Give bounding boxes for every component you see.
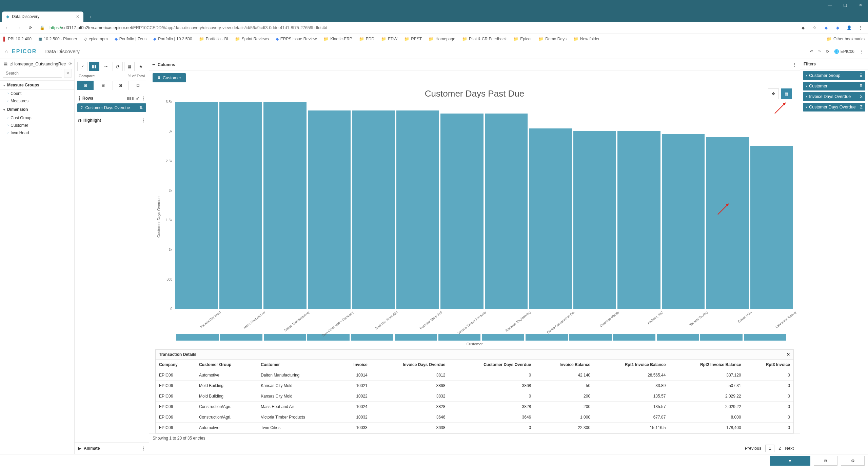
- pager-previous[interactable]: Previous: [745, 446, 762, 451]
- rows-menu-icon[interactable]: ⋮: [141, 96, 145, 101]
- chart-bar[interactable]: [308, 110, 351, 309]
- table-row[interactable]: EPIC06Mold BuildingKansas City Mold10021…: [156, 381, 793, 391]
- dimension-header[interactable]: Dimension: [0, 105, 74, 114]
- star-icon[interactable]: ☆: [810, 25, 818, 30]
- chart-type-line-button[interactable]: 〜: [101, 62, 111, 71]
- address-bar[interactable]: https://sd0117-pf0h2ten.americas.epicor.…: [50, 25, 795, 30]
- table-header-cell[interactable]: Customer Days Overdue: [449, 360, 534, 370]
- bookmark-item[interactable]: 📁Kinetic-ERP: [323, 37, 352, 41]
- forward-icon[interactable]: →: [15, 25, 23, 30]
- datasource-name[interactable]: zHomepage_OutstandingRec: [10, 62, 66, 66]
- bookmark-item[interactable]: 📁Sprint Reviews: [235, 37, 269, 41]
- dimension-item[interactable]: Invc Head: [0, 129, 74, 137]
- bookmark-item[interactable]: ◆ERPS Issue Review: [276, 37, 317, 41]
- user-dropdown[interactable]: 🌐 EPIC06: [834, 49, 854, 54]
- chart-move-icon[interactable]: ✥: [768, 88, 779, 99]
- chart-type-scatter-button[interactable]: ⋰: [77, 62, 88, 71]
- measure-item[interactable]: Measures: [0, 97, 74, 105]
- layout-btn-3[interactable]: ⊠: [113, 81, 129, 90]
- chart-bar[interactable]: [706, 137, 749, 309]
- pct-total-toggle[interactable]: % of Total: [128, 74, 145, 78]
- color-legend-icon[interactable]: ▮▮▮: [127, 96, 134, 101]
- filter-pill[interactable]: ›Invoice Days OverdueΣ: [803, 92, 865, 101]
- layout-btn-2[interactable]: ⊟: [95, 81, 111, 90]
- undo-icon[interactable]: ↶: [810, 49, 813, 54]
- chart-bar[interactable]: [219, 102, 262, 309]
- refresh-icon[interactable]: ⟳: [826, 49, 829, 54]
- chart-bar[interactable]: [440, 114, 484, 309]
- measure-groups-header[interactable]: Measure Groups: [0, 80, 74, 90]
- bookmark-item[interactable]: 📁REST: [404, 37, 422, 41]
- play-icon[interactable]: ▶: [78, 446, 81, 451]
- browser-tab[interactable]: ◆ Data Discovery ✕: [2, 12, 83, 22]
- extension-icon[interactable]: ◆: [799, 25, 807, 30]
- compare-toggle[interactable]: Compare: [79, 74, 95, 78]
- chart-bar[interactable]: [617, 131, 660, 309]
- search-input[interactable]: [3, 69, 62, 78]
- filter-pill[interactable]: ›Customer Group⠿: [803, 71, 865, 80]
- chart-bar[interactable]: [573, 131, 616, 309]
- bookmark-item[interactable]: 📁Epicor: [513, 37, 532, 41]
- footer-layout-button[interactable]: ⧉: [814, 456, 837, 466]
- table-row[interactable]: EPIC06Mold BuildingKansas City Mold10022…: [156, 391, 793, 402]
- table-header-cell[interactable]: Invoice: [338, 360, 371, 370]
- pager-page[interactable]: 1: [765, 445, 774, 452]
- table-row[interactable]: EPIC06AutomotiveDalton Manufacturing1001…: [156, 370, 793, 381]
- extension3-icon[interactable]: ◆: [833, 25, 842, 30]
- datasource-refresh-icon[interactable]: ⟳: [68, 61, 72, 66]
- chart-type-star-button[interactable]: ★: [136, 62, 146, 71]
- search-clear-icon[interactable]: ✕: [64, 69, 72, 78]
- bookmark-item[interactable]: ▌PBI 10.2.400: [3, 37, 32, 41]
- animate-menu-icon[interactable]: ⋮: [141, 446, 145, 451]
- bookmark-item[interactable]: ◆Portfolio | Zeus: [115, 37, 146, 41]
- bookmark-item[interactable]: ◆Portfolio | 10.2.500: [153, 37, 192, 41]
- sort-icon[interactable]: ⇅: [139, 105, 143, 110]
- tab-close-icon[interactable]: ✕: [76, 14, 79, 19]
- dimension-item[interactable]: Cust Group: [0, 114, 74, 122]
- bookmark-item[interactable]: ◇epicornpm: [84, 37, 108, 41]
- table-row[interactable]: EPIC06Construction/Agri.Victoria Timber …: [156, 412, 793, 423]
- table-header-cell[interactable]: Rpt3 Invoice: [745, 360, 793, 370]
- pager-page[interactable]: 2: [778, 446, 781, 451]
- footer-settings-button[interactable]: ⚙: [841, 456, 865, 466]
- profile-icon[interactable]: 👤: [845, 25, 853, 30]
- table-header-cell[interactable]: Invoice Balance: [534, 360, 594, 370]
- chart-bar[interactable]: [175, 102, 218, 309]
- pager-next[interactable]: Next: [785, 446, 794, 451]
- chart-bar[interactable]: [750, 146, 793, 309]
- table-header-cell[interactable]: Rpt1 Invoice Balance: [594, 360, 669, 370]
- measure-item[interactable]: Count: [0, 90, 74, 97]
- chart-bar[interactable]: [529, 128, 572, 309]
- chart-type-bar-button[interactable]: ▮▮: [89, 62, 100, 71]
- redo-icon[interactable]: ↷: [818, 49, 821, 54]
- chart-bar[interactable]: [485, 114, 528, 309]
- chart-bar[interactable]: [352, 110, 395, 309]
- bookmark-item[interactable]: 📁EDW: [381, 37, 397, 41]
- table-row[interactable]: EPIC06AutomotiveTwin Cities100333638022,…: [156, 423, 793, 433]
- table-header-cell[interactable]: Company: [156, 360, 196, 370]
- bookmark-item[interactable]: 📁Demo Days: [538, 37, 567, 41]
- window-maximize-icon[interactable]: ▢: [837, 0, 853, 10]
- chart-bar[interactable]: [263, 102, 307, 309]
- table-close-icon[interactable]: ✕: [787, 352, 790, 357]
- extension2-icon[interactable]: ◆: [822, 25, 830, 30]
- chart-grid-icon[interactable]: ▦: [781, 88, 792, 99]
- highlight-menu-icon[interactable]: ⋮: [141, 118, 145, 123]
- bookmark-item[interactable]: 📁Homepage: [429, 37, 455, 41]
- other-bookmarks[interactable]: 📁Other bookmarks: [827, 37, 865, 41]
- expand-icon[interactable]: ⤢: [136, 96, 139, 101]
- home-icon[interactable]: ⌂: [5, 48, 8, 54]
- table-header-cell[interactable]: Customer: [257, 360, 338, 370]
- chart-bar[interactable]: [662, 134, 705, 309]
- window-minimize-icon[interactable]: —: [822, 0, 837, 10]
- chart-type-pie-button[interactable]: ◔: [113, 62, 123, 71]
- table-row[interactable]: EPIC06Construction/Agri.Mass Heat and Ai…: [156, 402, 793, 412]
- window-close-icon[interactable]: ✕: [853, 0, 868, 10]
- dimension-item[interactable]: Customer: [0, 122, 74, 129]
- browser-menu-icon[interactable]: ⋮: [856, 25, 865, 30]
- bookmark-item[interactable]: ▦10.2.500 - Planner: [38, 37, 77, 41]
- column-pill[interactable]: ⠿Customer: [153, 73, 186, 82]
- filter-pill[interactable]: ›Customer Days OverdueΣ: [803, 103, 865, 111]
- table-header-cell[interactable]: Rpt2 Invoice Balance: [669, 360, 744, 370]
- layout-btn-4[interactable]: ⊡: [130, 81, 146, 90]
